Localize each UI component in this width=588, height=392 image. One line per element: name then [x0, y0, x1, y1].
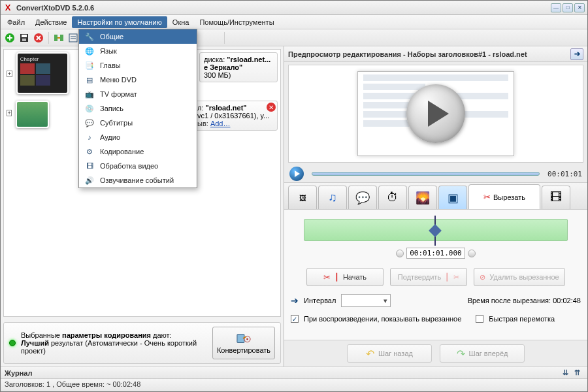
interval-label: Интервал [304, 297, 336, 304]
dropdown-item-subtitles[interactable]: 💬 Субтитры [79, 116, 197, 130]
time-position-field[interactable]: 00:01:01.000 [406, 248, 465, 259]
tab-video[interactable]: 🖼 [288, 186, 317, 209]
edit-button[interactable] [67, 31, 80, 44]
tree-expand-icon[interactable]: + [7, 71, 12, 77]
dropdown-item-dvd-menu[interactable]: ▤ Меню DVD [79, 73, 197, 87]
play-overlay-icon[interactable] [406, 84, 465, 143]
dropdown-item-burn[interactable]: 💿 Запись [79, 101, 197, 116]
tree-expand-icon[interactable]: + [7, 110, 12, 116]
dropdown-label: Меню DVD [100, 76, 137, 84]
dropdown-item-encoding[interactable]: ⚙ Кодирование [79, 144, 197, 159]
menu-default-settings[interactable]: Настройки по умолчанию [72, 16, 167, 28]
menu-help[interactable]: Помощь/Инструменты [194, 16, 279, 28]
chapters-icon: 📑 [84, 60, 95, 71]
right-pane: Предпросмотр редактирования - Наборы заг… [284, 46, 587, 367]
dropdown-item-language[interactable]: 🌐 Язык [79, 44, 197, 58]
filmstrip-icon: 🎞 [550, 191, 562, 204]
status-light-icon [9, 340, 16, 346]
enc-text: параметры кодирования [62, 331, 151, 339]
convert-label: Конвертировать [217, 346, 270, 354]
close-icon[interactable]: ✕ [267, 103, 276, 112]
tab-cut[interactable]: ✂ Вырезать [468, 184, 540, 209]
tab-audio[interactable]: ♫ [318, 186, 347, 209]
preview-header: Предпросмотр редактирования - Наборы заг… [284, 46, 587, 62]
preview-viewport[interactable] [288, 65, 583, 163]
journal-collapse-icon[interactable]: ⇊ [563, 368, 572, 378]
close-button[interactable]: ✕ [574, 3, 585, 12]
clip-thumbnail[interactable] [16, 101, 49, 128]
seek-slider[interactable] [312, 172, 540, 176]
menu-windows[interactable]: Окна [167, 16, 195, 28]
dropdown-item-tv-format[interactable]: 📺 TV формат [79, 87, 197, 101]
interval-row: ➔ Интервал Время после вырезания: 00:02:… [291, 294, 581, 307]
tab-filmstrip[interactable]: 🎞 [542, 186, 570, 209]
window-title: ConvertXtoDVD 5.2.0.6 [16, 4, 549, 12]
speaker-icon: 🔊 [84, 175, 95, 186]
picture-icon: 🖼 [299, 194, 306, 202]
scissors-icon: ✂ [323, 272, 331, 282]
landscape-icon: 🌄 [416, 191, 430, 205]
add-button[interactable] [3, 31, 16, 44]
dropdown-item-chapters[interactable]: 📑 Главы [79, 58, 197, 73]
dropdown-label: Запись [100, 105, 123, 112]
journal-expand-icon[interactable]: ⇈ [574, 368, 583, 378]
time-increase-button[interactable] [468, 250, 476, 257]
svg-rect-6 [60, 35, 63, 41]
show-cut-label: При воспроизведении, показывать вырезанн… [304, 315, 461, 323]
time-after-label: Время после вырезания: [468, 297, 553, 304]
menubar: Файл Действие Настройки по умолчанию Окн… [1, 15, 587, 29]
timeline-track[interactable] [304, 219, 568, 241]
remove-button[interactable] [32, 31, 45, 44]
show-cut-checkbox[interactable]: ✓ [291, 315, 299, 323]
play-button[interactable] [289, 167, 304, 181]
scissors-icon: ✂ [453, 273, 459, 282]
menu-file[interactable]: Файл [2, 16, 30, 28]
tab-crop[interactable]: ▣ [438, 186, 467, 209]
dropdown-item-general[interactable]: 🔧 Общие [79, 29, 197, 44]
dropdown-item-sound-events[interactable]: 🔊 Озвучивание событий [79, 173, 197, 188]
tv-icon: 📺 [84, 89, 95, 99]
svg-rect-5 [54, 35, 57, 41]
step-forward-button[interactable]: ↷Шаг вперёд [440, 344, 525, 363]
delete-cut-button[interactable]: ⊘Удалить вырезанное [474, 268, 565, 286]
fast-seek-checkbox[interactable] [476, 315, 483, 323]
step-nav-row: ↶Шаг назад ↷Шаг вперёд [284, 340, 587, 367]
interval-combo[interactable] [341, 294, 391, 307]
next-preview-button[interactable]: ➔ [570, 48, 583, 60]
delete-cut-label: Удалить вырезанное [489, 273, 559, 281]
add-more-link[interactable]: Add… [210, 120, 231, 127]
step-back-button[interactable]: ↶Шаг назад [347, 344, 432, 363]
toolbar-separator [48, 32, 49, 44]
clip-info-box: ✕ л: "rsload.net" vc1 / 0x31637661), у..… [193, 101, 278, 131]
convert-button[interactable]: Конвертировать [212, 327, 275, 359]
tab-image[interactable]: 🌄 [408, 186, 437, 209]
menu-action[interactable]: Действие [30, 16, 72, 28]
speech-icon: 💬 [355, 191, 370, 205]
journal-bar[interactable]: Журнал ⇊ ⇈ [1, 367, 587, 378]
maximize-button[interactable]: □ [563, 3, 573, 12]
minimize-button[interactable]: — [551, 3, 561, 12]
clip-title-value: "rsload.net" [206, 104, 247, 112]
menu-thumbnail[interactable]: Chapter [16, 52, 69, 94]
time-after-value: 00:02:48 [553, 297, 581, 304]
dropdown-item-audio[interactable]: ♪ Аудио [79, 130, 197, 144]
globe-icon: 🌐 [84, 46, 95, 56]
dropdown-label: Главы [100, 61, 121, 69]
time-decrease-button[interactable] [396, 250, 404, 257]
tab-subtitles[interactable]: 💬 [348, 186, 377, 209]
dropdown-label: Кодирование [100, 148, 144, 155]
toolbar-separator [224, 32, 225, 44]
dropdown-label: Субтитры [100, 119, 133, 127]
playhead-handle[interactable] [431, 216, 440, 246]
journal-label: Журнал [5, 369, 32, 377]
dropdown-label: Язык [100, 47, 117, 55]
tab-chapters[interactable]: ⏱ [378, 186, 407, 209]
start-cut-button[interactable]: ✂┃Начать [306, 268, 384, 286]
save-button[interactable] [18, 31, 31, 44]
merge-button[interactable] [52, 31, 65, 44]
enc-text: дают: [151, 331, 172, 339]
confirm-cut-button[interactable]: Подтвердить┃✂ [390, 268, 467, 286]
dropdown-item-video-processing[interactable]: 🎞 Обработка видео [79, 159, 197, 173]
status-bar: Заголовков: 1 , Общее время: ~ 00:02:48 [1, 378, 587, 391]
svg-rect-3 [22, 39, 26, 41]
